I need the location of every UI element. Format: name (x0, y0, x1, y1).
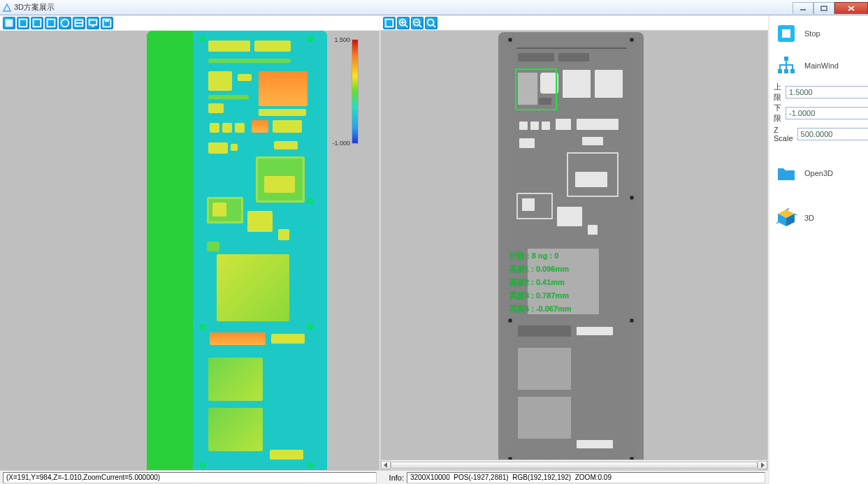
heightmap-pane: 1.500 -1.000 (0, 15, 380, 484)
svg-point-23 (428, 19, 434, 25)
zscale-field: Z Scale (774, 127, 864, 141)
heightmap-status (3, 472, 377, 483)
3d-label: 3D (804, 214, 864, 222)
minimize-button[interactable] (793, 2, 813, 14)
svg-rect-2 (821, 6, 827, 10)
svg-rect-5 (6, 19, 13, 27)
svg-rect-30 (778, 69, 782, 73)
heightmap-status-bar (0, 470, 379, 484)
open3d-button[interactable]: Open3D (774, 161, 864, 186)
measurement-overlay: 计数 : 8 ng : 0 高度1 : 0.096mm 高度2 : 0.41mm… (509, 249, 572, 315)
close-button[interactable] (834, 2, 868, 14)
zscale-label: Z Scale (774, 126, 793, 142)
grayscale-pane: 计数 : 8 ng : 0 高度1 : 0.096mm 高度2 : 0.41mm… (380, 15, 769, 484)
svg-rect-29 (784, 57, 788, 61)
tool-save-icon[interactable] (101, 17, 113, 29)
lower-limit-field: 下限 (774, 106, 864, 120)
3d-button[interactable]: 3D (774, 205, 864, 230)
horizontal-scrollbar[interactable] (381, 460, 767, 469)
svg-marker-25 (384, 462, 387, 468)
tool-rect3-icon[interactable] (45, 17, 57, 29)
svg-point-9 (62, 19, 69, 27)
tool-fill-icon[interactable] (3, 17, 15, 29)
svg-rect-28 (782, 29, 790, 38)
grayscale-status-bar: Info: (380, 470, 768, 484)
window-title: 3D方案展示 (14, 2, 55, 13)
heightmap-toolbar (0, 15, 379, 31)
grayscale-view[interactable]: 计数 : 8 ng : 0 高度1 : 0.096mm 高度2 : 0.41mm… (380, 30, 768, 470)
stop-icon (774, 21, 799, 46)
zoom-region-icon[interactable] (425, 17, 437, 29)
folder-icon (774, 161, 799, 186)
stop-label: Stop (804, 29, 864, 38)
tool-circle-icon[interactable] (59, 17, 71, 29)
side-panel: Stop MainWind 上限 下限 Z Scale Open3D (769, 15, 868, 484)
zoom-out-icon[interactable] (411, 17, 424, 29)
svg-rect-7 (34, 19, 41, 27)
tree-icon (774, 53, 799, 78)
grayscale-info (407, 472, 765, 483)
svg-marker-26 (761, 462, 765, 468)
heightmap-board (147, 31, 327, 470)
scale-max-label: 1.500 (334, 36, 350, 43)
mainwind-label: MainWind (804, 61, 864, 70)
maximize-button[interactable] (813, 2, 834, 14)
grayscale-toolbar (380, 15, 768, 31)
lower-limit-input[interactable] (786, 107, 868, 119)
svg-rect-6 (20, 19, 27, 27)
color-scale (352, 39, 359, 144)
title-bar: 3D方案展示 (0, 0, 868, 15)
scroll-right-icon[interactable] (758, 461, 767, 469)
svg-marker-0 (3, 4, 10, 11)
upper-limit-label: 上限 (774, 82, 781, 103)
open3d-label: Open3D (804, 169, 864, 177)
app-icon (3, 3, 11, 12)
svg-rect-12 (89, 20, 97, 24)
svg-rect-14 (105, 19, 108, 22)
tool-rect2-icon[interactable] (31, 17, 43, 29)
scroll-left-icon[interactable] (381, 461, 391, 469)
scroll-thumb[interactable] (391, 462, 758, 469)
selection-rect[interactable] (515, 68, 557, 110)
tool-monitor-icon[interactable] (87, 17, 99, 29)
lower-limit-label: 下限 (774, 103, 781, 124)
cube-icon (774, 205, 799, 230)
svg-line-17 (405, 24, 408, 27)
tool-rect-line-icon[interactable] (73, 17, 85, 29)
upper-limit-field: 上限 (774, 85, 864, 99)
zscale-input[interactable] (797, 128, 868, 140)
zoom-fit-icon[interactable] (383, 17, 396, 29)
svg-line-24 (433, 24, 436, 27)
svg-rect-15 (386, 19, 393, 27)
stop-button[interactable]: Stop (774, 21, 864, 46)
svg-rect-32 (790, 69, 795, 73)
svg-line-21 (419, 24, 422, 27)
svg-rect-31 (784, 69, 788, 73)
upper-limit-input[interactable] (786, 86, 868, 98)
heightmap-view[interactable]: 1.500 -1.000 (0, 31, 379, 470)
mainwind-button[interactable]: MainWind (774, 53, 864, 78)
svg-rect-8 (48, 19, 55, 27)
tool-rect1-icon[interactable] (17, 17, 29, 29)
info-label: Info: (383, 474, 404, 482)
scale-min-label: -1.000 (332, 140, 350, 147)
zoom-in-icon[interactable] (397, 17, 410, 29)
